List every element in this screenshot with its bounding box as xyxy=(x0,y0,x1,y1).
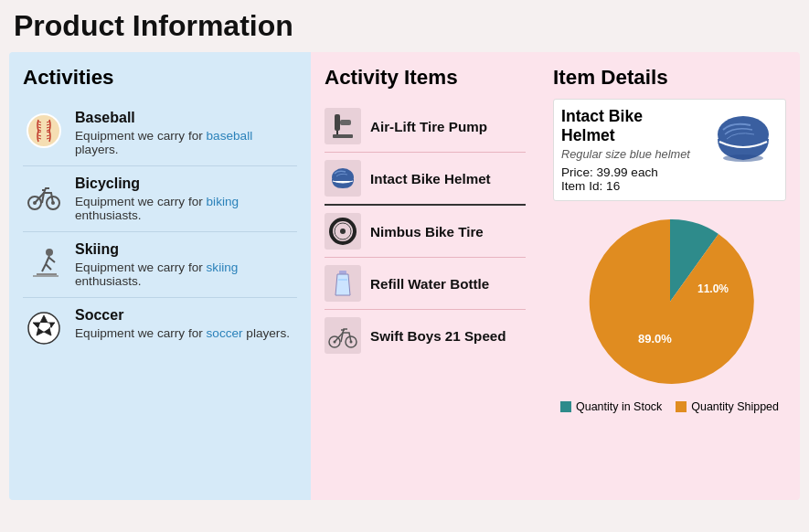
activity-items-heading: Activity Items xyxy=(325,66,526,90)
item-details-heading: Item Details xyxy=(553,66,786,90)
pie-chart: 11.0% 89.0% xyxy=(579,210,761,393)
svg-point-51 xyxy=(723,154,763,162)
activity-desc-skiing: Equipment we carry for skiing enthusiast… xyxy=(75,261,297,288)
activity-text-skiing: Skiing Equipment we carry for skiing ent… xyxy=(75,241,297,288)
list-item-tire-pump[interactable]: Air-Lift Tire Pump xyxy=(325,101,526,153)
legend-item-stock: Quantity in Stock xyxy=(560,400,662,413)
chart-container: 11.0% 89.0% Quantity in Stock Quantity S… xyxy=(553,210,786,413)
activity-name-bicycling: Bicycling xyxy=(75,176,297,192)
activity-desc-baseball: Equipment we carry for baseball players. xyxy=(75,129,297,156)
legend-dot-stock xyxy=(560,401,571,412)
activity-text-baseball: Baseball Equipment we carry for baseball… xyxy=(75,110,297,156)
legend-label-stock: Quantity in Stock xyxy=(576,400,662,413)
list-item-water-bottle[interactable]: Refill Water Bottle xyxy=(325,258,526,310)
activity-item-baseball[interactable]: Baseball Equipment we carry for baseball… xyxy=(23,101,297,166)
list-item-bike-helmet[interactable]: Intact Bike Helmet xyxy=(325,153,526,206)
bike-helmet-icon xyxy=(325,160,361,197)
list-item-bike-helmet-label: Intact Bike Helmet xyxy=(370,171,491,186)
soccer-icon xyxy=(23,307,64,348)
item-details-panel: Item Details Intact Bike Helmet Regular … xyxy=(539,52,800,500)
swift-boys-icon xyxy=(325,317,361,354)
svg-rect-38 xyxy=(340,120,351,125)
svg-line-24 xyxy=(46,264,51,270)
svg-rect-44 xyxy=(338,279,347,281)
svg-point-42 xyxy=(340,229,346,234)
item-detail-image xyxy=(705,107,778,171)
legend-dot-shipped xyxy=(676,401,687,412)
activity-items-panel: Activity Items Air-Lift Tire Pump xyxy=(311,52,539,500)
legend-item-shipped: Quantity Shipped xyxy=(676,400,779,413)
svg-point-21 xyxy=(46,249,53,256)
activity-link-baseball[interactable]: baseball xyxy=(207,129,253,143)
activity-item-skiing[interactable]: Skiing Equipment we carry for skiing ent… xyxy=(23,232,297,298)
svg-rect-43 xyxy=(339,271,346,274)
activity-link-bicycling[interactable]: biking xyxy=(207,195,240,208)
activity-desc-bicycling: Equipment we carry for biking enthusiast… xyxy=(75,195,297,222)
svg-text:89.0%: 89.0% xyxy=(638,332,672,346)
svg-line-23 xyxy=(42,264,46,271)
page-title: Product Information xyxy=(9,9,800,43)
list-item-bike-tire-label: Nimbus Bike Tire xyxy=(370,224,484,239)
list-item-swift-boys-label: Swift Boys 21 Speed xyxy=(370,328,506,344)
item-detail-price: Price: 39.99 each xyxy=(561,165,696,179)
activity-link-skiing[interactable]: skiing xyxy=(207,261,239,274)
item-detail-info: Intact Bike Helmet Regular size blue hel… xyxy=(561,107,696,193)
tire-pump-icon xyxy=(325,108,361,144)
activity-item-soccer[interactable]: Soccer Equipment we carry for soccer pla… xyxy=(23,298,297,357)
item-detail-id: Item Id: 16 xyxy=(561,179,696,193)
skiing-icon xyxy=(23,241,64,282)
svg-line-22 xyxy=(46,256,49,264)
activity-name-baseball: Baseball xyxy=(75,110,297,126)
legend-label-shipped: Quantity Shipped xyxy=(691,400,779,413)
list-item-water-bottle-label: Refill Water Bottle xyxy=(370,276,489,292)
list-item-swift-boys[interactable]: Swift Boys 21 Speed xyxy=(325,310,526,361)
activity-link-soccer[interactable]: soccer xyxy=(207,326,243,340)
activity-item-bicycling[interactable]: Bicycling Equipment we carry for biking … xyxy=(23,166,297,232)
activity-text-soccer: Soccer Equipment we carry for soccer pla… xyxy=(75,307,290,340)
activities-heading: Activities xyxy=(23,66,297,90)
svg-line-25 xyxy=(49,258,55,262)
item-detail-description: Regular size blue helmet xyxy=(561,147,696,161)
baseball-icon xyxy=(23,110,64,151)
water-bottle-icon xyxy=(325,265,361,302)
main-layout: Activities xyxy=(9,52,800,500)
activity-text-bicycling: Bicycling Equipment we carry for biking … xyxy=(75,176,297,222)
list-item-bike-tire[interactable]: Nimbus Bike Tire xyxy=(325,206,526,258)
chart-legend: Quantity in Stock Quantity Shipped xyxy=(560,400,779,413)
activity-desc-soccer: Equipment we carry for soccer players. xyxy=(75,326,290,340)
svg-rect-35 xyxy=(335,114,340,131)
svg-rect-37 xyxy=(333,134,353,138)
svg-text:11.0%: 11.0% xyxy=(697,282,729,295)
list-item-tire-pump-label: Air-Lift Tire Pump xyxy=(370,119,487,134)
bicycle-icon xyxy=(23,176,64,217)
bike-tire-icon xyxy=(325,213,361,250)
item-detail-header: Intact Bike Helmet Regular size blue hel… xyxy=(553,99,786,201)
activities-panel: Activities xyxy=(9,52,311,500)
activity-name-soccer: Soccer xyxy=(75,307,290,324)
item-detail-name: Intact Bike Helmet xyxy=(561,107,696,145)
activity-name-skiing: Skiing xyxy=(75,241,297,258)
